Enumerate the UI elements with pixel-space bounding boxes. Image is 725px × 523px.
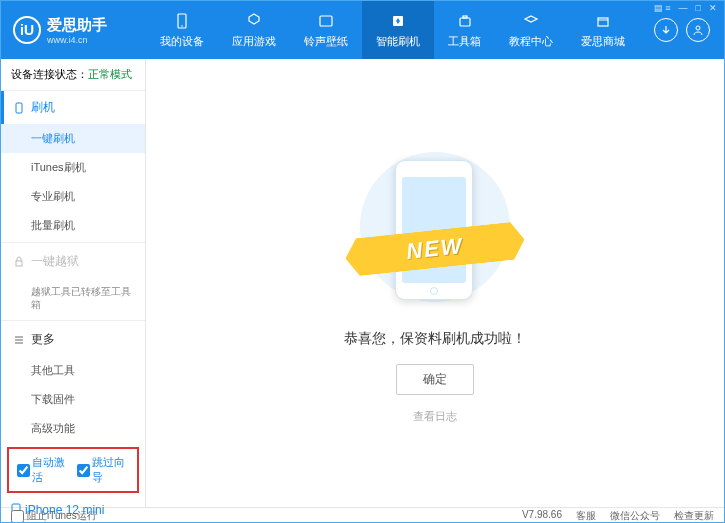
store-icon (594, 12, 612, 30)
sidebar-section-jailbreak[interactable]: 一键越狱 (1, 245, 145, 278)
logo-area: iU 爱思助手 www.i4.cn (1, 16, 146, 45)
banner-text: NEW (405, 233, 465, 265)
nav-media[interactable]: 铃声壁纸 (290, 1, 362, 59)
nav-tools[interactable]: 工具箱 (434, 1, 495, 59)
sidebar-item-batch[interactable]: 批量刷机 (1, 211, 145, 240)
wechat-link[interactable]: 微信公众号 (610, 509, 660, 523)
connection-status: 设备连接状态：正常模式 (1, 59, 145, 91)
success-illustration: NEW (335, 142, 535, 312)
sidebar-item-itunes[interactable]: iTunes刷机 (1, 153, 145, 182)
menu-icon[interactable]: ▤ ≡ (654, 3, 671, 13)
nav-flash[interactable]: 智能刷机 (362, 1, 434, 59)
update-link[interactable]: 检查更新 (674, 509, 714, 523)
app-name: 爱思助手 (47, 16, 107, 35)
close-icon[interactable]: ✕ (709, 3, 717, 13)
maximize-icon[interactable]: □ (696, 3, 701, 13)
logo-icon: iU (13, 16, 41, 44)
view-log-link[interactable]: 查看日志 (413, 409, 457, 424)
app-header: iU 爱思助手 www.i4.cn 我的设备 应用游戏 铃声壁纸 智能刷机 工具… (1, 1, 724, 59)
nav-tutorial[interactable]: 教程中心 (495, 1, 567, 59)
checkbox-auto-activate[interactable]: 自动激活 (17, 455, 69, 485)
checkbox-row: 自动激活 跳过向导 (7, 447, 139, 493)
body: 设备连接状态：正常模式 刷机 一键刷机 iTunes刷机 专业刷机 批量刷机 一… (1, 59, 724, 507)
svg-point-7 (696, 26, 700, 30)
ok-button[interactable]: 确定 (396, 364, 474, 395)
lock-icon (13, 256, 25, 268)
main-content: NEW 恭喜您，保资料刷机成功啦！ 确定 查看日志 (146, 59, 724, 507)
checkbox-skip-guide[interactable]: 跳过向导 (77, 455, 129, 485)
svg-rect-6 (598, 18, 608, 26)
download-icon[interactable] (654, 18, 678, 42)
svg-rect-4 (460, 18, 470, 26)
sidebar-item-advanced[interactable]: 高级功能 (1, 414, 145, 443)
checkbox-block-itunes[interactable]: 阻止iTunes运行 (11, 509, 97, 523)
success-message: 恭喜您，保资料刷机成功啦！ (344, 330, 526, 348)
sidebar-item-oneclick[interactable]: 一键刷机 (1, 124, 145, 153)
phone-icon (173, 12, 191, 30)
book-icon (522, 12, 540, 30)
footer-right: V7.98.66 客服 微信公众号 检查更新 (522, 509, 714, 523)
sidebar-jailbreak-note: 越狱工具已转移至工具箱 (1, 278, 145, 318)
sidebar-section-flash[interactable]: 刷机 (1, 91, 145, 124)
phone-icon (13, 102, 25, 114)
logo-text-block: 爱思助手 www.i4.cn (47, 16, 107, 45)
nav-my-device[interactable]: 我的设备 (146, 1, 218, 59)
apps-icon (245, 12, 263, 30)
sidebar-item-other[interactable]: 其他工具 (1, 356, 145, 385)
svg-point-1 (181, 25, 183, 27)
svg-rect-5 (463, 16, 467, 18)
tools-icon (456, 12, 474, 30)
user-area (640, 18, 724, 42)
svg-rect-2 (320, 16, 332, 26)
sidebar-section-more[interactable]: 更多 (1, 323, 145, 356)
app-url: www.i4.cn (47, 35, 107, 45)
main-nav: 我的设备 应用游戏 铃声壁纸 智能刷机 工具箱 教程中心 爱思商城 (146, 1, 640, 59)
service-link[interactable]: 客服 (576, 509, 596, 523)
media-icon (317, 12, 335, 30)
menu-icon (13, 334, 25, 346)
sidebar-item-pro[interactable]: 专业刷机 (1, 182, 145, 211)
user-icon[interactable] (686, 18, 710, 42)
window-controls: ▤ ≡ — □ ✕ (654, 3, 717, 13)
sidebar-item-download-fw[interactable]: 下载固件 (1, 385, 145, 414)
svg-rect-8 (16, 103, 22, 113)
minimize-icon[interactable]: — (679, 3, 688, 13)
flash-icon (389, 12, 407, 30)
nav-apps[interactable]: 应用游戏 (218, 1, 290, 59)
sidebar: 设备连接状态：正常模式 刷机 一键刷机 iTunes刷机 专业刷机 批量刷机 一… (1, 59, 146, 507)
connection-value: 正常模式 (88, 68, 132, 80)
nav-store[interactable]: 爱思商城 (567, 1, 639, 59)
version-label: V7.98.66 (522, 509, 562, 523)
svg-rect-9 (16, 261, 22, 266)
